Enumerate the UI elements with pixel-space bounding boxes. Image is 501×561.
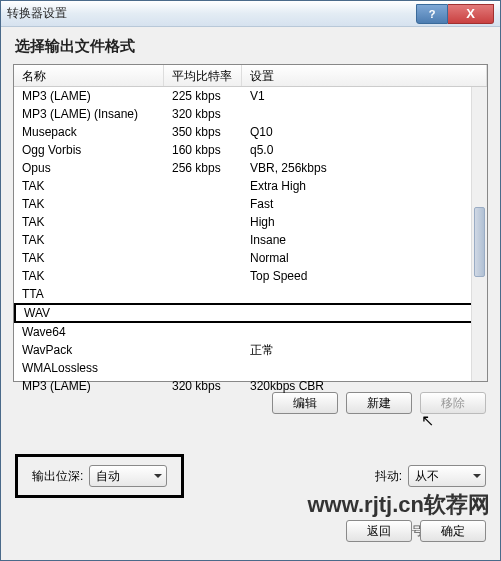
cell-settings: Top Speed [242,267,487,285]
cell-name: Wave64 [14,323,164,341]
list-item[interactable]: Wave64 [14,323,487,341]
cell-settings: Extra High [242,177,487,195]
col-name[interactable]: 名称 [14,65,164,86]
footer-buttons: 返回 确定 [1,520,500,542]
cell-name: TAK [14,249,164,267]
dither-label: 抖动: [375,468,402,485]
cell-settings: VBR, 256kbps [242,159,487,177]
cell-name: Musepack [14,123,164,141]
list-item[interactable]: WavPack正常 [14,341,487,359]
dither-group: 抖动: 从不 [375,465,486,487]
bitdepth-group: 输出位深: 自动 [15,454,184,498]
cell-name: TTA [14,285,164,303]
cell-rate: 320 kbps [164,377,242,395]
bitdepth-value: 自动 [96,468,120,485]
cell-settings: Normal [242,249,487,267]
back-button[interactable]: 返回 [346,520,412,542]
edit-button[interactable]: 编辑 [272,392,338,414]
list-item[interactable]: TTA [14,285,487,303]
ok-button[interactable]: 确定 [420,520,486,542]
list-item[interactable]: TAKFast [14,195,487,213]
cell-name: TAK [14,195,164,213]
close-button[interactable]: X [448,4,494,24]
list-item[interactable]: TAKInsane [14,231,487,249]
cell-settings: Fast [242,195,487,213]
titlebar[interactable]: 转换器设置 ? X [1,1,500,27]
cell-settings: 正常 [242,341,487,359]
cell-settings: q5.0 [242,141,487,159]
options-row: 输出位深: 自动 抖动: 从不 [1,414,500,498]
cell-settings: Insane [242,231,487,249]
cell-rate: 160 kbps [164,141,242,159]
cell-name: Opus [14,159,164,177]
cell-settings: High [242,213,487,231]
bitdepth-select[interactable]: 自动 [89,465,167,487]
cell-name: MP3 (LAME) [14,377,164,395]
list-item[interactable]: TAKExtra High [14,177,487,195]
list-item[interactable]: TAKTop Speed [14,267,487,285]
cell-name: WAV [16,304,166,322]
cell-name: WMALossless [14,359,164,377]
list-item[interactable]: WAV [14,303,487,323]
help-button[interactable]: ? [416,4,448,24]
list-item[interactable]: TAKNormal [14,249,487,267]
heading: 选择输出文件格式 [1,27,500,64]
list-item[interactable]: Musepack350 kbpsQ10 [14,123,487,141]
format-list: 名称 平均比特率 设置 MP3 (LAME)225 kbpsV1MP3 (LAM… [13,64,488,382]
chevron-down-icon [473,474,481,482]
cell-name: Ogg Vorbis [14,141,164,159]
chevron-down-icon [154,474,162,482]
dialog-window: 转换器设置 ? X 选择输出文件格式 名称 平均比特率 设置 MP3 (LAME… [0,0,501,561]
list-item[interactable]: MP3 (LAME)320 kbps320kbps CBR [14,377,487,395]
cell-name: MP3 (LAME) (Insane) [14,105,164,123]
list-item[interactable]: Ogg Vorbis160 kbpsq5.0 [14,141,487,159]
list-item[interactable]: WMALossless [14,359,487,377]
cell-settings: V1 [242,87,487,105]
cell-name: WavPack [14,341,164,359]
cell-settings: 320kbps CBR [242,377,487,395]
cell-name: TAK [14,213,164,231]
list-item[interactable]: MP3 (LAME) (Insane)320 kbps [14,105,487,123]
dither-select[interactable]: 从不 [408,465,486,487]
cell-name: TAK [14,177,164,195]
bitdepth-label: 输出位深: [32,468,83,485]
cell-rate: 256 kbps [164,159,242,177]
list-item[interactable]: MP3 (LAME)225 kbpsV1 [14,87,487,105]
list-item[interactable]: Opus256 kbpsVBR, 256kbps [14,159,487,177]
cell-name: MP3 (LAME) [14,87,164,105]
cell-rate: 225 kbps [164,87,242,105]
cell-settings: Q10 [242,123,487,141]
cell-rate: 320 kbps [164,105,242,123]
list-header: 名称 平均比特率 设置 [14,65,487,87]
scroll-thumb[interactable] [474,207,485,277]
col-rate[interactable]: 平均比特率 [164,65,242,86]
remove-button[interactable]: 移除 [420,392,486,414]
col-settings[interactable]: 设置 [242,65,487,86]
window-title: 转换器设置 [7,5,416,22]
scrollbar[interactable] [471,87,487,381]
create-button[interactable]: 新建 [346,392,412,414]
list-item[interactable]: TAKHigh [14,213,487,231]
cell-name: TAK [14,267,164,285]
cell-name: TAK [14,231,164,249]
cell-rate: 350 kbps [164,123,242,141]
dither-value: 从不 [415,468,439,485]
